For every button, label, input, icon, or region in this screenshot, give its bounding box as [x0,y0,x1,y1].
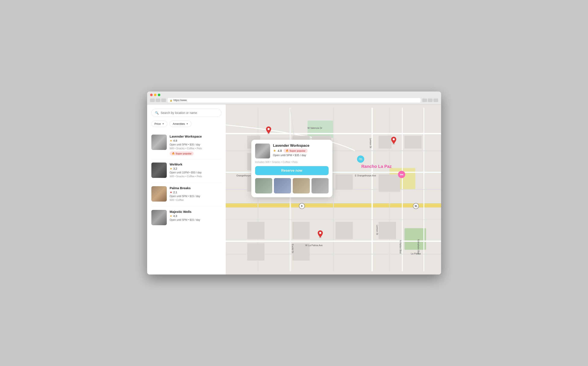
amenities-filter-button[interactable]: Amenities ▼ [170,121,191,127]
map-pin-right[interactable] [391,136,397,145]
sidebar: 🔍 Price ▼ Amenities ▼ [147,105,226,274]
listing-name-lavender: Lavender Workspace [170,135,221,138]
listing-info-palma: Palma Breaks ★ 2.1 Open until 5PM • $15 … [170,186,221,203]
browser-content: 🔍 Price ▼ Amenities ▼ [147,105,441,274]
map-area[interactable]: W Valencia Dr Orangethorpe Ave E Oranget… [226,105,441,274]
listing-lavender[interactable]: Lavender Workspace ★ 4.8 Open until 5PM … [151,131,221,159]
listing-amenities-palma: Wifi • Coffee [170,198,221,202]
popup-photos [255,178,329,193]
filter-row: Price ▼ Amenities ▼ [151,121,221,127]
road-label-valencia: W Valencia Dr [307,127,322,129]
amenities-filter-label: Amenities [173,122,185,125]
listing-name-majestic: Majestic Wells [170,210,221,214]
location-name-rancho: Rancho La Paz [361,164,392,169]
close-button[interactable] [150,94,153,96]
star-icon: ★ [170,167,172,170]
share-button[interactable] [422,99,427,102]
svg-rect-32 [247,222,264,239]
star-icon: ★ [170,191,172,194]
listing-wework[interactable]: WeWork ★ 3.2 Open until 10PM • $50 / day… [151,159,221,183]
svg-rect-28 [378,175,400,192]
address-bar[interactable]: 🔒 https://www. [168,98,421,103]
rating-value-majestic: 4.3 [173,214,177,218]
listing-rating-wework: ★ 3.2 [170,167,221,170]
svg-rect-1 [307,121,333,138]
address-text: https://www. [173,99,188,102]
road-label-lemon-n: Lemon St [369,138,372,148]
highway-badge-9: 9 [299,203,305,209]
map-pin-bottom[interactable] [317,230,323,239]
listing-thumb-wework [151,162,167,178]
browser-toolbar: 🔒 https://www. [150,98,438,103]
amenities-chevron-icon: ▼ [186,123,188,125]
listing-amenities-lavender: Wifi • Snacks • Coffee • Pets [170,147,221,150]
bookmarks-button[interactable] [428,99,432,102]
popup-rating-row: ★ 4.8 🔥 Super popular [273,149,329,153]
nav-buttons [150,99,166,102]
forward-button[interactable] [156,99,160,102]
svg-rect-31 [335,175,353,190]
road-label-lapalma: W La Palma Ave [305,244,323,247]
popup-name: Lavender Workspace [273,144,329,148]
popup-thumb [255,144,270,159]
star-icon: ★ [170,139,172,142]
search-input[interactable] [161,111,218,114]
svg-point-39 [267,128,270,130]
svg-rect-27 [378,136,392,149]
svg-rect-29 [404,136,422,149]
fullscreen-button[interactable] [158,94,160,96]
hotel-pin: 🛏 [398,171,405,178]
search-icon: 🔍 [155,111,159,114]
svg-rect-35 [378,222,396,239]
price-chevron-icon: ▼ [162,123,164,125]
map-popup: Lavender Workspace ★ 4.8 🔥 Super popular… [251,140,332,197]
popup-super-popular-badge: 🔥 Super popular [283,149,308,153]
popup-star-icon: ★ [273,149,276,153]
rating-value-palma: 2.1 [173,191,177,194]
search-bar[interactable]: 🔍 [151,109,221,117]
popup-header: Lavender Workspace ★ 4.8 🔥 Super popular… [255,144,329,159]
listing-palma[interactable]: Palma Breaks ★ 2.1 Open until 5PM • $15 … [151,183,221,206]
popup-amenities: Includes Wifi • Snacks • Coffee • Pets [255,160,329,164]
svg-rect-3 [404,228,426,250]
listing-majestic[interactable]: Majestic Wells ★ 4.3 Open until 5PM • $1… [151,206,221,229]
price-filter-label: Price [155,122,161,125]
svg-point-41 [319,232,321,234]
listing-hours-majestic: Open until 5PM • $15 / day [170,218,221,221]
refresh-button[interactable] [161,99,166,102]
listing-hours-wework: Open until 10PM • $50 / day [170,171,221,174]
listing-hours-palma: Open until 5PM • $15 / day [170,195,221,198]
road-label-lemon-s: Lemon St [376,225,378,235]
listing-thumb-palma [151,186,167,202]
browser-actions [422,99,438,102]
menu-button[interactable] [433,99,438,102]
map-pin-top[interactable] [266,126,272,135]
listing-thumb-lavender [151,135,167,150]
price-filter-button[interactable]: Price ▼ [151,121,168,127]
popup-rating-value: 4.8 [278,149,282,152]
reserve-now-button[interactable]: Reserve now [255,166,329,175]
popup-photo-4 [312,178,329,193]
minimize-button[interactable] [154,94,157,96]
listing-info-majestic: Majestic Wells ★ 4.3 Open until 5PM • $1… [170,210,221,225]
fire-icon: 🔥 [172,152,175,155]
popup-photo-3 [293,178,310,193]
listing-thumb-majestic [151,210,167,225]
rating-value-lavender: 4.8 [173,139,177,142]
listing-name-palma: Palma Breaks [170,186,221,190]
popup-photo-2 [274,178,291,193]
svg-point-43 [393,138,395,140]
svg-rect-36 [247,243,264,261]
listing-rating-lavender: ★ 4.8 [170,139,221,142]
svg-rect-34 [335,222,353,239]
popup-info: Lavender Workspace ★ 4.8 🔥 Super popular… [273,144,329,159]
popup-photo-1 [255,178,272,193]
road-label-euclid-s: Euclid St [291,244,294,253]
popup-fire-icon: 🔥 [286,149,289,152]
listing-name-wework: WeWork [170,162,221,166]
road-label-harbor: N Harbor Blvd [399,240,401,254]
browser-window: 🔒 https://www. 🔍 Price ▼ [147,92,441,274]
back-button[interactable] [150,99,155,102]
popup-hours: Open until 5PM • $35 / day [273,153,329,157]
svg-rect-33 [292,222,310,239]
